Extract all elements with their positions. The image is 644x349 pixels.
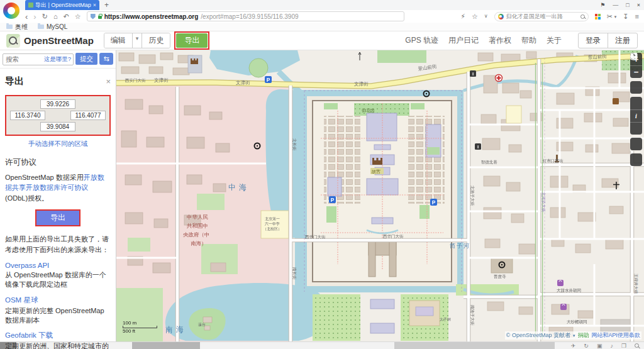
home-icon[interactable]: ⌂ (53, 13, 58, 20)
svg-text:王府井大街: 王府井大街 (633, 274, 638, 294)
maximize-button[interactable]: □ (626, 2, 629, 8)
copyright-link[interactable]: 著作权 (489, 35, 511, 46)
back-icon[interactable]: ‹ (25, 13, 28, 21)
statusbar-icons: ✈ ↻ ▣ ♪ ❐ (571, 342, 639, 349)
site-title[interactable]: OpenStreetMap (24, 35, 94, 46)
osm-logo-icon[interactable] (6, 34, 20, 48)
browser-tab[interactable]: 导出 | OpenStreetMap × (25, 0, 99, 10)
scissors-icon[interactable]: ✂ (607, 13, 613, 20)
signup-button[interactable]: 注册 (608, 33, 637, 48)
manual-select-link[interactable]: 手动选择不同的区域 (5, 140, 111, 148)
locate-button[interactable] (630, 81, 642, 94)
svg-text:中海: 中海 (228, 183, 250, 192)
svg-text:西安门大街: 西安门大街 (125, 78, 146, 83)
history-button[interactable]: 历史 (142, 33, 170, 48)
panel-close-icon[interactable]: × (106, 77, 111, 86)
svg-text:故宫: 故宫 (372, 169, 380, 174)
scissors-caret-icon[interactable]: ▾ (614, 14, 617, 19)
refresh-icon[interactable]: ↻ (42, 13, 48, 20)
bookmark-star-icon[interactable]: ☆ (75, 13, 81, 20)
parking-icon: P (430, 199, 437, 206)
undo-icon[interactable]: ↶ (64, 13, 69, 20)
browser-logo-icon[interactable] (3, 3, 19, 19)
svg-text:i: i (477, 144, 479, 150)
flag-icon[interactable]: ⚑ (600, 2, 605, 8)
directions-button[interactable]: ⇆ (99, 53, 113, 65)
edit-caret-icon[interactable]: ▾ (132, 33, 142, 48)
bound-north-input[interactable] (40, 99, 75, 109)
query-features-button[interactable]: ? (630, 153, 642, 166)
overpass-api-link[interactable]: Overpass API (5, 262, 111, 269)
grid-dot (598, 14, 601, 16)
search-submit-button[interactable]: 提交 (75, 53, 97, 65)
svg-text:北长街: 北长街 (292, 138, 297, 151)
svg-text:南海: 南海 (165, 325, 187, 334)
flash-icon[interactable]: ⚡ (460, 13, 465, 20)
apps-grid-icon[interactable] (595, 14, 601, 19)
osm-planet-link[interactable]: OSM 星球 (5, 296, 111, 305)
layers-button[interactable] (630, 97, 642, 109)
grid-dot (595, 14, 597, 16)
search-query-text: 归化才是国足唯一出路 (506, 13, 578, 21)
attribution-copyright[interactable]: © OpenStreetMap 贡献者 (506, 331, 570, 340)
browser-window: 导出 | OpenStreetMap × + ⚑ — □ × ‹ › ↻ ⌂ ↶… (0, 0, 644, 349)
help-link[interactable]: 帮助 (521, 35, 536, 46)
user-diaries-link[interactable]: 用户日记 (448, 35, 479, 46)
bound-west-input[interactable] (10, 111, 45, 120)
terms-link[interactable]: 网站和API使用条款 (591, 331, 640, 340)
search-icon[interactable] (580, 14, 585, 19)
sound-icon[interactable]: ♪ (610, 343, 613, 349)
close-button[interactable]: × (637, 2, 640, 8)
annotation-box-export-button: 导出 (35, 209, 80, 226)
browser-search-box[interactable]: 归化才是国足唯一出路 (494, 12, 589, 21)
svg-text:文津街: 文津街 (154, 77, 169, 83)
source-desc: 定期更新的完整 OpenStreetMap 数据库副本 (5, 306, 111, 325)
search-engine-logo-icon (498, 14, 504, 19)
bookmark-label: MySQL (47, 23, 67, 30)
share-button[interactable] (630, 122, 642, 135)
source-desc: 定期更新的洲、国家和特定城市的摘录 (5, 341, 111, 349)
castle-icon (191, 58, 198, 64)
bound-east-input[interactable] (70, 111, 106, 120)
download-icon[interactable]: ↧ (623, 13, 628, 20)
chevron-down-icon[interactable]: ∨ (484, 14, 488, 19)
new-tab-button[interactable]: + (104, 1, 109, 9)
svg-text:南海）: 南海） (191, 240, 207, 247)
login-button[interactable]: 登录 (579, 33, 608, 48)
favorites-star-icon[interactable]: ☆ (472, 13, 478, 20)
svg-text:P: P (331, 197, 335, 203)
license-paragraph: OpenStreetMap 数据采用开放数据共享开放数据库许可协议 (ODbL)… (5, 172, 111, 204)
forward-icon[interactable]: › (33, 13, 36, 21)
gps-traces-link[interactable]: GPS 轨迹 (405, 35, 438, 46)
windows-icon[interactable]: ❐ (621, 343, 626, 349)
bound-south-input[interactable] (40, 122, 75, 131)
hospital-icon (496, 75, 502, 82)
minimize-button[interactable]: — (613, 2, 618, 8)
bookmark-folder[interactable]: MySQL (38, 23, 67, 30)
send-icon[interactable]: ✈ (571, 343, 576, 349)
map-key-button[interactable]: i (630, 109, 642, 122)
geofabrik-link[interactable]: Geofabrik 下载 (5, 331, 111, 340)
svg-text:灯市口西街: 灯市口西街 (543, 158, 564, 163)
shield-icon (91, 14, 96, 19)
about-link[interactable]: 关于 (547, 35, 562, 46)
tab-close-icon[interactable]: × (93, 2, 96, 8)
edit-button[interactable]: 编辑 (104, 33, 132, 48)
archive-icon[interactable]: ▣ (597, 343, 602, 349)
url-bar[interactable]: https://www.openstreetmap.org/export#map… (87, 11, 404, 21)
export-tab-button[interactable]: 导出 (176, 33, 208, 48)
where-is-this-link[interactable]: 这是哪里? (44, 55, 71, 64)
menu-icon[interactable]: ≡ (635, 13, 639, 20)
export-button[interactable]: 导出 (36, 211, 79, 225)
url-host: https://www.openstreetmap.org (104, 13, 199, 20)
attribution-caret-icon[interactable]: ▾ (573, 333, 575, 338)
window-controls: ⚑ — □ × (600, 0, 640, 10)
license-heading: 许可协议 (5, 157, 111, 168)
donate-link[interactable]: 捐助 (577, 331, 589, 340)
zoom-search-icon[interactable] (635, 343, 639, 348)
history-icon[interactable]: ↻ (584, 343, 589, 349)
zoom-out-button[interactable]: − (630, 65, 642, 78)
bookmark-folder[interactable]: 奥维 (6, 23, 28, 31)
add-note-button[interactable] (630, 138, 642, 150)
map-canvas[interactable]: P P P (116, 50, 644, 341)
